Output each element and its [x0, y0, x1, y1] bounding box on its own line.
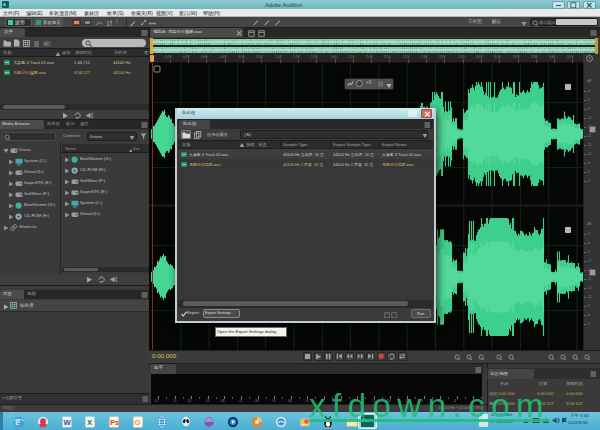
svg-text:X: X	[87, 418, 93, 427]
svg-text:Ps: Ps	[110, 418, 119, 427]
svg-text:e: e	[15, 416, 20, 427]
svg-text:W: W	[63, 418, 71, 427]
svg-text:O: O	[135, 418, 141, 427]
